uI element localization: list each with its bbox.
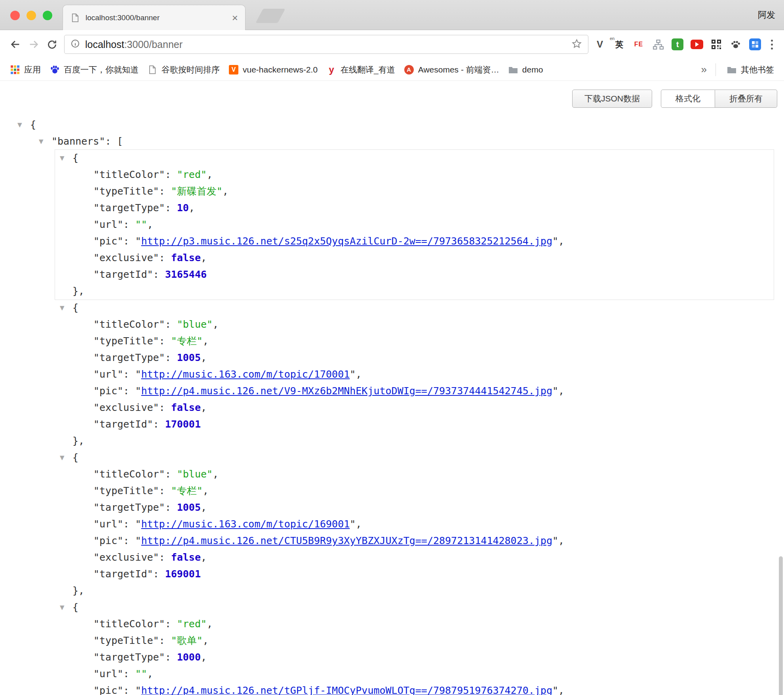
bookmark-star-icon[interactable] bbox=[571, 38, 582, 51]
bookmarks-list: 应用百度一下，你就知道谷歌按时间排序Vvue-hackernews-2.0y在线… bbox=[6, 61, 547, 78]
youdao-icon: y bbox=[326, 65, 337, 75]
json-line: "titleColor": "blue", bbox=[55, 466, 774, 483]
page-content: 下载JSON数据 格式化 折叠所有 ▼{▼"banners": [▼{"titl… bbox=[0, 81, 784, 694]
json-line: ▼{ bbox=[0, 116, 784, 133]
monkey-extension-icon[interactable]: t bbox=[671, 38, 684, 51]
translate-extension-icon[interactable]: 英en bbox=[613, 38, 626, 51]
json-link[interactable]: http://p4.music.126.net/V9-MXz6b2MNhEKju… bbox=[141, 385, 552, 397]
reload-button[interactable] bbox=[43, 35, 61, 53]
fe-extension-icon[interactable]: FE bbox=[632, 38, 645, 51]
collapse-toggle-icon[interactable]: ▼ bbox=[39, 133, 44, 150]
bookmark-item[interactable]: y在线翻译_有道 bbox=[322, 61, 400, 78]
json-line: }, bbox=[55, 433, 774, 449]
format-button-group: 格式化 折叠所有 bbox=[661, 90, 777, 108]
json-line: "titleColor": "red", bbox=[55, 616, 774, 632]
json-line: "url": "", bbox=[55, 216, 774, 233]
url-text: localhost:3000/banner bbox=[85, 39, 571, 50]
json-link[interactable]: http://p3.music.126.net/s25q2x5QyqsAzilC… bbox=[141, 235, 552, 247]
browser-tab[interactable]: localhost:3000/banner × bbox=[63, 5, 245, 30]
tab-title: localhost:3000/banner bbox=[86, 13, 232, 22]
paw-extension-icon[interactable] bbox=[729, 38, 742, 51]
json-line: "typeTitle": "歌单", bbox=[55, 632, 774, 649]
collapse-toggle-icon[interactable]: ▼ bbox=[60, 300, 65, 316]
browser-menu-button[interactable] bbox=[766, 36, 778, 52]
bookmark-item[interactable]: 应用 bbox=[6, 61, 45, 78]
json-line: ▼{ bbox=[55, 300, 774, 316]
collapse-toggle-icon[interactable]: ▼ bbox=[17, 116, 22, 133]
json-line: "url": "http://music.163.com/m/topic/170… bbox=[55, 366, 774, 383]
json-line: "typeTitle": "专栏", bbox=[55, 333, 774, 349]
json-line: "pic": "http://p3.music.126.net/s25q2x5Q… bbox=[55, 233, 774, 250]
json-line: }, bbox=[55, 582, 774, 599]
apps-grid-icon bbox=[10, 65, 20, 75]
qr-extension-icon[interactable] bbox=[710, 38, 723, 51]
bookmark-label: Awesomes - 前端资… bbox=[418, 64, 499, 75]
json-line: "exclusive": false, bbox=[55, 250, 774, 266]
vertical-scrollbar[interactable] bbox=[779, 556, 783, 695]
url-path: :3000/banner bbox=[124, 39, 183, 50]
collapse-toggle-icon[interactable]: ▼ bbox=[60, 150, 65, 166]
collapse-toggle-icon[interactable]: ▼ bbox=[60, 449, 65, 466]
folder-icon bbox=[727, 65, 737, 75]
other-bookmarks-folder[interactable]: 其他书签 bbox=[722, 61, 778, 78]
awesomes-icon: A bbox=[404, 65, 414, 75]
json-tree: ▼{▼"banners": [▼{"titleColor": "red","ty… bbox=[0, 81, 784, 695]
extensions-area: V英enFEt bbox=[593, 38, 762, 51]
json-link[interactable]: http://p4.music.126.net/tGPljf-IMOCyPvum… bbox=[141, 685, 552, 695]
format-button[interactable]: 格式化 bbox=[661, 90, 715, 108]
bookmark-label: 谷歌按时间排序 bbox=[162, 64, 220, 75]
json-line: "targetId": 3165446 bbox=[55, 266, 774, 283]
bookmark-item[interactable]: AAwesomes - 前端资… bbox=[400, 61, 504, 78]
json-viewer-actions: 下载JSON数据 格式化 折叠所有 bbox=[572, 90, 777, 108]
json-link[interactable]: http://music.163.com/m/topic/169001 bbox=[141, 518, 350, 530]
download-json-button[interactable]: 下载JSON数据 bbox=[572, 90, 652, 108]
json-object: ▼{"titleColor": "blue","typeTitle": "专栏"… bbox=[55, 300, 774, 449]
site-info-icon[interactable] bbox=[70, 39, 80, 50]
bookmark-item[interactable]: Vvue-hackernews-2.0 bbox=[224, 61, 322, 78]
json-link[interactable]: http://music.163.com/m/topic/170001 bbox=[141, 369, 350, 380]
json-link[interactable]: http://p4.music.126.net/CTU5B9R9y3XyYBZX… bbox=[141, 535, 552, 546]
collapse-all-button[interactable]: 折叠所有 bbox=[715, 90, 777, 108]
address-bar[interactable]: localhost:3000/banner bbox=[64, 35, 588, 54]
forward-button[interactable] bbox=[25, 35, 43, 53]
new-tab-button[interactable] bbox=[255, 9, 285, 23]
vimium-extension-icon[interactable]: V bbox=[593, 38, 607, 51]
clipper-extension-icon[interactable] bbox=[748, 38, 762, 51]
json-line: "pic": "http://p4.music.126.net/CTU5B9R9… bbox=[55, 533, 774, 549]
json-line: "typeTitle": "专栏", bbox=[55, 483, 774, 499]
bookmark-label: 应用 bbox=[24, 64, 41, 75]
collapse-toggle-icon[interactable]: ▼ bbox=[60, 599, 65, 616]
window-controls bbox=[10, 11, 52, 20]
json-line: }, bbox=[55, 283, 774, 300]
zoom-window-button[interactable] bbox=[43, 11, 52, 20]
json-line: "targetType": 1000, bbox=[55, 649, 774, 666]
json-line: "targetId": 170001 bbox=[55, 416, 774, 433]
bookmark-item[interactable]: demo bbox=[504, 61, 548, 78]
sitemap-extension-icon[interactable] bbox=[651, 38, 665, 51]
json-line: "targetType": 10, bbox=[55, 200, 774, 216]
url-host: localhost bbox=[85, 39, 124, 50]
vue-icon: V bbox=[228, 65, 239, 75]
page-icon bbox=[70, 13, 80, 23]
json-object: ▼{"titleColor": "red","typeTitle": "新碟首发… bbox=[55, 150, 774, 300]
other-bookmarks-label: 其他书签 bbox=[741, 64, 774, 75]
back-button[interactable] bbox=[6, 35, 25, 53]
json-line: ▼{ bbox=[55, 150, 774, 166]
json-line: "pic": "http://p4.music.126.net/tGPljf-I… bbox=[55, 682, 774, 695]
tab-strip: localhost:3000/banner × 阿发 bbox=[0, 0, 784, 30]
bookmark-item[interactable]: 百度一下，你就知道 bbox=[45, 61, 143, 78]
folder-icon bbox=[508, 65, 518, 75]
close-window-button[interactable] bbox=[10, 11, 20, 20]
bookmark-item[interactable]: 谷歌按时间排序 bbox=[143, 61, 224, 78]
tab-close-icon[interactable]: × bbox=[232, 13, 238, 23]
bookmark-label: 在线翻译_有道 bbox=[341, 64, 395, 75]
json-line: "titleColor": "red", bbox=[55, 166, 774, 183]
bookmarks-overflow-chevron[interactable]: » bbox=[699, 63, 709, 76]
json-line: ▼"banners": [ bbox=[0, 133, 784, 150]
youtube-extension-icon[interactable] bbox=[690, 38, 704, 51]
json-line: "typeTitle": "新碟首发", bbox=[55, 183, 774, 200]
minimize-window-button[interactable] bbox=[27, 11, 36, 20]
page-icon bbox=[147, 65, 158, 75]
baidu-paw-icon bbox=[49, 65, 60, 75]
json-line: "url": "http://music.163.com/m/topic/169… bbox=[55, 516, 774, 533]
